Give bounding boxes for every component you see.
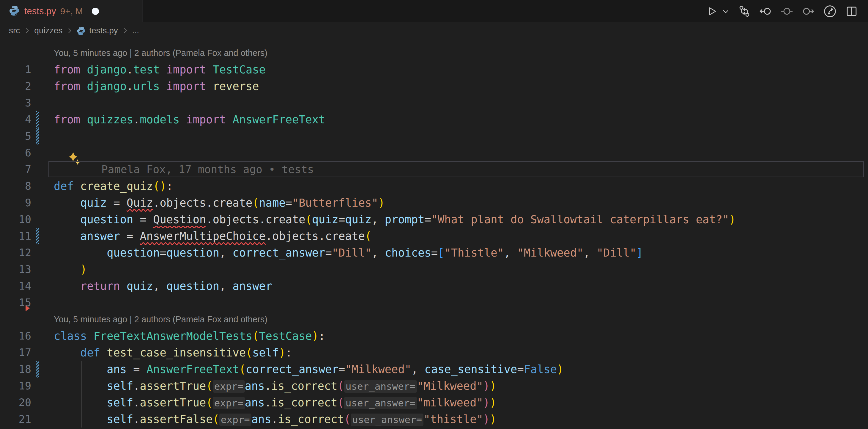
line-number[interactable]: 7: [0, 163, 31, 175]
chevron-right-icon: [66, 27, 73, 34]
python-file-icon: [77, 26, 86, 35]
gutter: [31, 344, 43, 361]
gutter: [31, 261, 43, 278]
line-number[interactable]: 14: [0, 280, 31, 292]
breadcrumb-item-tests-py[interactable]: tests.py: [89, 26, 118, 35]
gutter: [31, 145, 43, 161]
line-number[interactable]: 5: [0, 130, 31, 142]
code-text: from django.urls import reverse: [54, 80, 259, 93]
code-line[interactable]: 17 def test_case_insensitive(self):: [0, 344, 868, 361]
code-text: answer = AnswerMultipeChoice.objects.cre…: [54, 230, 371, 243]
blame-annotation-text[interactable]: You, 5 minutes ago | 2 authors (Pamela F…: [54, 314, 268, 324]
line-number[interactable]: 20: [0, 397, 31, 408]
line-number[interactable]: 2: [0, 80, 31, 92]
tab-tests-py[interactable]: tests.py 9+, M: [0, 0, 143, 22]
code-line[interactable]: 12 question=question, correct_answer="Di…: [0, 244, 868, 261]
gutter: [31, 294, 43, 311]
line-number[interactable]: 13: [0, 264, 31, 275]
gutter: [31, 61, 43, 78]
code-text: def create_quiz():: [54, 180, 173, 193]
modified-gutter-indicator[interactable]: [36, 111, 39, 128]
gutter: [31, 278, 43, 294]
breadcrumb-item-quizzes[interactable]: quizzes: [34, 26, 62, 35]
line-number[interactable]: 1: [0, 64, 31, 75]
compare-changes-icon[interactable]: [738, 5, 750, 17]
gutter: [31, 328, 43, 344]
code-line[interactable]: 7Pamela Fox, 17 months ago • tests: [0, 161, 868, 178]
open-changes-icon[interactable]: [781, 5, 793, 18]
line-number[interactable]: 11: [0, 230, 31, 242]
breadcrumb-ellipsis[interactable]: ...: [132, 26, 139, 35]
commit-graph-icon[interactable]: [824, 5, 837, 18]
code-line[interactable]: 18 ans = AnswerFreeText(correct_answer="…: [0, 361, 868, 377]
blame-annotation-row[interactable]: You, 5 minutes ago | 2 authors (Pamela F…: [0, 44, 868, 61]
gutter: [31, 95, 43, 111]
line-number[interactable]: 9: [0, 197, 31, 209]
run-dropdown-chevron[interactable]: [722, 7, 730, 15]
python-file-icon: [9, 5, 20, 17]
gutter: [31, 78, 43, 95]
gutter: [31, 377, 43, 394]
line-number[interactable]: 6: [0, 147, 31, 159]
code-line[interactable]: 15: [0, 294, 868, 311]
code-line[interactable]: 5: [0, 128, 868, 145]
blame-annotation-text[interactable]: You, 5 minutes ago | 2 authors (Pamela F…: [54, 48, 268, 58]
inline-blame-text[interactable]: Pamela Fox, 17 months ago • tests: [101, 163, 314, 175]
code-line[interactable]: 14 return quiz, question, answer: [0, 278, 868, 294]
gutter: [31, 361, 43, 377]
modified-gutter-indicator[interactable]: [36, 361, 39, 377]
code-text: ): [54, 263, 87, 276]
code-text: quiz = Quiz.objects.create(name="Butterf…: [54, 196, 385, 209]
code-line[interactable]: 6: [0, 145, 868, 161]
code-line[interactable]: 22: [0, 428, 868, 429]
line-number[interactable]: 8: [0, 180, 31, 192]
line-number[interactable]: 3: [0, 97, 31, 109]
python-icon: [77, 27, 86, 35]
code-line[interactable]: 19 self.assertTrue(expr=ans.is_correct(u…: [0, 377, 868, 394]
code-line[interactable]: 9 quiz = Quiz.objects.create(name="Butte…: [0, 194, 868, 211]
code-line[interactable]: 8def create_quiz():: [0, 178, 868, 194]
line-number[interactable]: 21: [0, 413, 31, 425]
modified-gutter-indicator[interactable]: [36, 228, 39, 244]
code-text: self.assertTrue(expr=ans.is_correct(user…: [54, 380, 496, 392]
code-line[interactable]: 11 answer = AnswerMultipeChoice.objects.…: [0, 228, 868, 244]
tab-bar: tests.py 9+, M: [0, 0, 868, 22]
line-number[interactable]: 16: [0, 330, 31, 342]
code-line[interactable]: 1from django.test import TestCase: [0, 61, 868, 78]
code-text: from django.test import TestCase: [54, 63, 266, 76]
gutter: [31, 128, 43, 145]
breadcrumb-item-src[interactable]: src: [9, 26, 20, 35]
code-line[interactable]: 3: [0, 95, 868, 111]
code-line[interactable]: 4from quizzes.models import AnswerFreeTe…: [0, 111, 868, 128]
code-line[interactable]: 20 self.assertTrue(expr=ans.is_correct(u…: [0, 394, 868, 411]
line-number[interactable]: 18: [0, 363, 31, 375]
run-button[interactable]: [706, 6, 718, 17]
previous-change-icon[interactable]: [759, 5, 772, 18]
line-number[interactable]: 19: [0, 380, 31, 392]
code-line[interactable]: 13 ): [0, 261, 868, 278]
gutter: [31, 194, 43, 211]
split-editor-icon[interactable]: [845, 5, 858, 18]
line-number[interactable]: 4: [0, 114, 31, 125]
gutter: [31, 111, 43, 128]
code-text: class FreeTextAnswerModelTests(TestCase)…: [54, 330, 325, 342]
editor-code-area: You, 5 minutes ago | 2 authors (Pamela F…: [0, 44, 868, 429]
code-line[interactable]: 16class FreeTextAnswerModelTests(TestCas…: [0, 328, 868, 344]
tab-bar-spacer: [143, 0, 706, 22]
code-line[interactable]: 10 question = Question.objects.create(qu…: [0, 211, 868, 228]
gutter: [31, 161, 43, 178]
unsaved-changes-dot[interactable]: [92, 8, 99, 15]
line-number[interactable]: 12: [0, 247, 31, 259]
code-line[interactable]: 2from django.urls import reverse: [0, 78, 868, 95]
line-number[interactable]: 17: [0, 347, 31, 359]
blame-annotation-row[interactable]: You, 5 minutes ago | 2 authors (Pamela F…: [0, 311, 868, 328]
code-text: question=question, correct_answer="Dill"…: [54, 246, 643, 259]
code-line[interactable]: 21 self.assertFalse(expr=ans.is_correct(…: [0, 411, 868, 428]
tab-title: tests.py: [24, 6, 56, 17]
next-change-icon[interactable]: [802, 5, 814, 18]
modified-gutter-indicator[interactable]: [36, 128, 39, 145]
line-number[interactable]: 10: [0, 213, 31, 225]
code-text: from quizzes.models import AnswerFreeTex…: [54, 113, 325, 126]
gutter: [31, 178, 43, 194]
current-line-highlight-box: Pamela Fox, 17 months ago • tests: [49, 161, 864, 177]
